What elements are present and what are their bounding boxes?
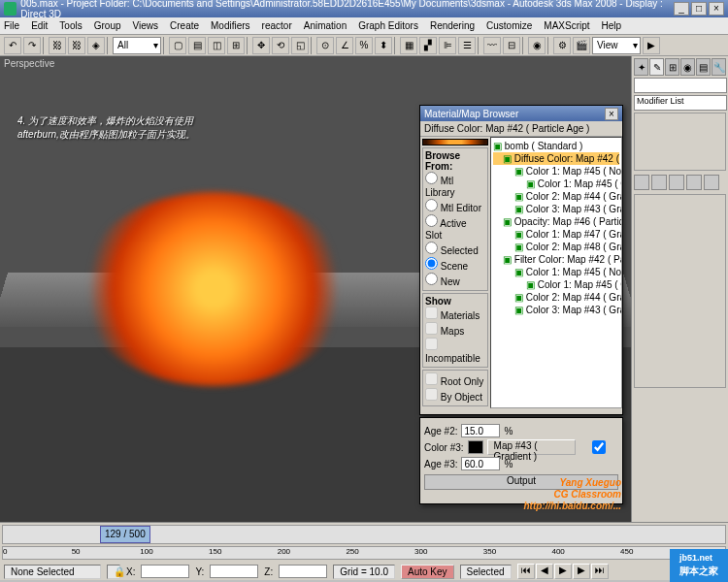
schematic-icon[interactable]: ⊟ xyxy=(503,37,520,54)
menu-reactor[interactable]: reactor xyxy=(262,20,292,31)
selection-filter-combo[interactable]: All xyxy=(113,37,161,54)
tree-node[interactable]: ▣ Diffuse Color: Map #42 ( Particle... xyxy=(493,152,619,165)
tree-node[interactable]: ▣ Opacity: Map #46 ( Particle Age ) xyxy=(493,215,619,228)
show-incompatible[interactable]: Incompatible xyxy=(425,338,485,365)
object-name-field[interactable] xyxy=(634,78,727,93)
modify-tab-icon[interactable]: ✎ xyxy=(649,58,664,76)
menu-file[interactable]: File xyxy=(4,20,19,31)
x-input[interactable] xyxy=(141,565,189,578)
z-input[interactable] xyxy=(279,565,327,578)
link-icon[interactable]: ⛓ xyxy=(49,37,66,54)
y-input[interactable] xyxy=(210,565,258,578)
filter-by-object[interactable]: By Object xyxy=(425,388,485,404)
menu-graph editors[interactable]: Graph Editors xyxy=(358,20,418,31)
tree-node[interactable]: ▣ Color 1: Map #45 ( Noise ) xyxy=(493,165,619,178)
maximize-button[interactable]: □ xyxy=(691,2,707,16)
named-sel-icon[interactable]: ▦ xyxy=(400,37,417,54)
minimize-button[interactable]: _ xyxy=(674,2,689,16)
autokey-button[interactable]: Auto Key xyxy=(401,565,454,579)
display-tab-icon[interactable]: ▤ xyxy=(696,58,711,76)
percent-snap-icon[interactable]: % xyxy=(355,37,373,54)
menu-views[interactable]: Views xyxy=(133,20,159,31)
age3-input[interactable] xyxy=(461,457,500,470)
browsefrom-mtl-editor[interactable]: Mtl Editor xyxy=(425,199,485,214)
goto-start-icon[interactable]: ⏮ xyxy=(517,564,535,579)
tree-node[interactable]: ▣ Color 1: Map #45 ( Noise ) xyxy=(493,266,619,278)
age2-input[interactable] xyxy=(461,424,500,437)
tree-node[interactable]: ▣ bomb ( Standard ) xyxy=(493,140,619,152)
quick-render-icon[interactable]: ▶ xyxy=(643,37,660,54)
time-marker[interactable]: 129 / 500 xyxy=(100,526,150,543)
prev-frame-icon[interactable]: ◀ xyxy=(536,564,553,579)
tree-node[interactable]: ▣ Color 2: Map #48 ( Gradient ) xyxy=(493,241,619,253)
close-button[interactable]: × xyxy=(709,2,724,16)
render-icon[interactable]: 🎬 xyxy=(573,37,590,54)
modifier-stack[interactable] xyxy=(634,113,726,171)
redo-icon[interactable]: ↷ xyxy=(23,37,41,54)
unlink-icon[interactable]: ⛓ xyxy=(68,37,85,54)
browsefrom-active-slot[interactable]: Active Slot xyxy=(425,214,485,242)
browsefrom-selected[interactable]: Selected xyxy=(425,242,485,257)
window-crossing-icon[interactable]: ⊞ xyxy=(227,37,245,54)
select-name-icon[interactable]: ▤ xyxy=(188,37,206,54)
motion-tab-icon[interactable]: ◉ xyxy=(680,58,695,76)
make-unique-icon[interactable] xyxy=(669,175,684,190)
mirror-icon[interactable]: ▞ xyxy=(419,37,437,54)
bind-icon[interactable]: ◈ xyxy=(87,37,105,54)
tree-node[interactable]: ▣ Color 1: Map #45 ( Gradient ) xyxy=(493,278,619,291)
play-icon[interactable]: ▶ xyxy=(554,564,572,579)
spinner-snap-icon[interactable]: ⬍ xyxy=(375,37,392,54)
color3-enable-checkbox[interactable] xyxy=(579,440,618,454)
select-icon[interactable]: ▢ xyxy=(169,37,186,54)
modifier-list-combo[interactable]: Modifier List xyxy=(634,95,727,111)
next-frame-icon[interactable]: ▶ xyxy=(573,564,590,579)
tree-node[interactable]: ▣ Color 3: Map #43 ( Gradient ) xyxy=(493,203,619,215)
select-region-icon[interactable]: ◫ xyxy=(208,37,225,54)
show-maps[interactable]: Maps xyxy=(425,322,485,338)
browsefrom-new[interactable]: New xyxy=(425,273,485,288)
undo-icon[interactable]: ↶ xyxy=(4,37,21,54)
menu-edit[interactable]: Edit xyxy=(31,20,48,31)
remove-mod-icon[interactable] xyxy=(686,175,702,190)
menu-help[interactable]: Help xyxy=(602,20,622,31)
tree-node[interactable]: ▣ Color 3: Map #43 ( Gradient ) xyxy=(493,304,619,316)
menu-animation[interactable]: Animation xyxy=(304,20,347,31)
filter-root-only[interactable]: Root Only xyxy=(425,372,485,388)
menu-group[interactable]: Group xyxy=(94,20,121,31)
menu-create[interactable]: Create xyxy=(170,20,199,31)
show-materials[interactable]: Materials xyxy=(425,307,485,322)
pin-stack-icon[interactable] xyxy=(634,175,649,190)
scale-icon[interactable]: ◱ xyxy=(291,37,309,54)
menu-rendering[interactable]: Rendering xyxy=(430,20,475,31)
perspective-viewport[interactable]: Perspective 4. 为了速度和效率，爆炸的火焰没有使用 afterbu… xyxy=(0,56,631,522)
track-bar[interactable]: 050100150200250300350400450500 xyxy=(2,546,726,560)
render-setup-icon[interactable]: ⚙ xyxy=(553,37,571,54)
align-icon[interactable]: ⊫ xyxy=(439,37,456,54)
curve-editor-icon[interactable]: 〰 xyxy=(483,37,501,54)
tree-node[interactable]: ▣ Color 1: Map #47 ( Gradient ) xyxy=(493,228,619,241)
browser-close-icon[interactable]: × xyxy=(605,108,618,120)
angle-snap-icon[interactable]: ∠ xyxy=(336,37,353,54)
move-icon[interactable]: ✥ xyxy=(252,37,270,54)
menu-tools[interactable]: Tools xyxy=(59,20,82,31)
hierarchy-tab-icon[interactable]: ⊞ xyxy=(665,58,679,76)
browser-titlebar[interactable]: Material/Map Browser × xyxy=(420,106,622,121)
browsefrom-mtl-library[interactable]: Mtl Library xyxy=(425,172,485,199)
layers-icon[interactable]: ☰ xyxy=(458,37,476,54)
menu-maxscript[interactable]: MAXScript xyxy=(544,20,589,31)
keymode-combo[interactable]: Selected xyxy=(460,565,512,579)
tree-node[interactable]: ▣ Color 2: Map #44 ( Gradient ) xyxy=(493,291,619,304)
show-result-icon[interactable] xyxy=(651,175,667,190)
rotate-icon[interactable]: ⟲ xyxy=(272,37,289,54)
time-slider[interactable]: 129 / 500 xyxy=(2,525,726,544)
configure-icon[interactable] xyxy=(704,175,719,190)
color3-swatch[interactable] xyxy=(468,440,483,454)
browsefrom-scene[interactable]: Scene xyxy=(425,257,485,273)
tree-node[interactable]: ▣ Color 2: Map #44 ( Gradient ) xyxy=(493,190,619,203)
tree-node[interactable]: ▣ Filter Color: Map #42 ( Particle A... xyxy=(493,253,619,266)
menu-customize[interactable]: Customize xyxy=(486,20,532,31)
render-preset-combo[interactable]: View xyxy=(592,37,641,54)
material-editor-icon[interactable]: ◉ xyxy=(528,37,546,54)
snap-icon[interactable]: ⊙ xyxy=(316,37,334,54)
color3-map-button[interactable]: Map #43 ( Gradient ) xyxy=(487,439,576,455)
